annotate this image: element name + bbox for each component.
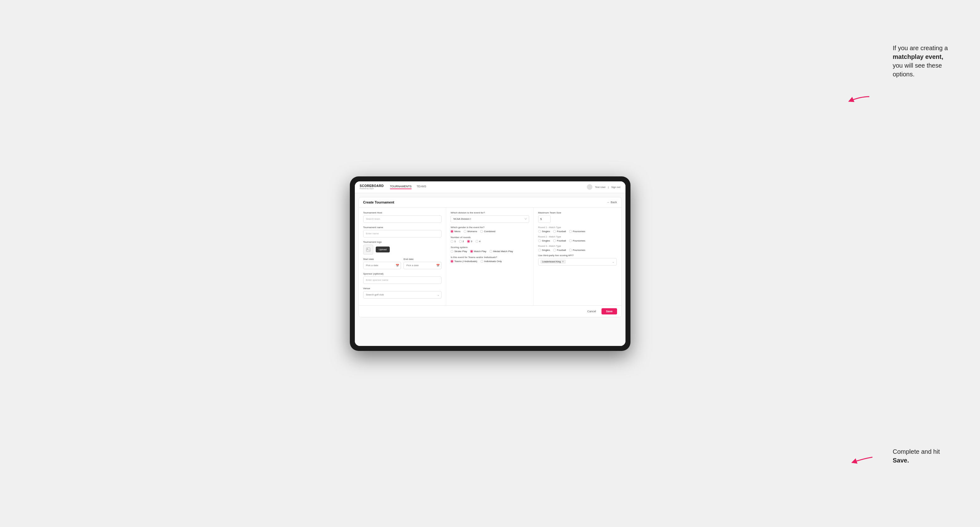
- nav-tournaments[interactable]: TOURNAMENTS: [390, 185, 412, 189]
- round-4[interactable]: 4: [476, 240, 480, 243]
- annotation-matchplay: If you are creating a matchplay event, y…: [893, 44, 955, 79]
- gender-mens[interactable]: Mens: [450, 230, 461, 233]
- gender-womens-label: Womens: [468, 230, 477, 233]
- teams-option[interactable]: Teams (+Individuals): [450, 260, 477, 263]
- brand-subtitle: Powered by clippit: [360, 188, 384, 190]
- scoring-medal-radio[interactable]: [490, 250, 492, 253]
- date-row: Start date 📅 End date: [363, 258, 442, 269]
- calendar-icon-end: 📅: [436, 264, 440, 267]
- round2-foursomes-label: Foursomes: [573, 239, 585, 242]
- round3-fourball[interactable]: Fourball: [553, 249, 566, 251]
- date-group: Start date 📅 End date: [363, 258, 442, 269]
- venue-group: Venue ⌄: [363, 287, 442, 298]
- scoring-stroke[interactable]: Stroke Play: [450, 250, 467, 253]
- venue-input[interactable]: [363, 291, 442, 298]
- round-4-radio[interactable]: [476, 240, 478, 243]
- round-2-label: 2: [463, 240, 464, 243]
- gender-combined[interactable]: Combined: [480, 230, 495, 233]
- round-1-radio[interactable]: [450, 240, 453, 243]
- api-label: Use third-party live scoring API?: [538, 254, 617, 257]
- round3-foursomes[interactable]: Foursomes: [569, 249, 585, 251]
- tournament-name-input[interactable]: [363, 230, 442, 238]
- round-1-label: 1: [454, 240, 455, 243]
- form-col-2: Which division is the event for? NCAA Di…: [446, 208, 534, 305]
- nav-teams[interactable]: TEAMS: [417, 185, 426, 189]
- round2-fourball-radio[interactable]: [553, 239, 556, 242]
- sign-out-link[interactable]: Sign out: [611, 186, 620, 189]
- scoring-match[interactable]: Match Play: [470, 250, 487, 253]
- form-title: Create Tournament: [363, 200, 395, 204]
- round1-singles-radio[interactable]: [538, 230, 541, 233]
- round3-fourball-label: Fourball: [557, 249, 566, 251]
- scoring-match-label: Match Play: [474, 250, 487, 253]
- form-col-3: Maximum Team Size Round 1 - Match Type S…: [534, 208, 621, 305]
- scoring-medal[interactable]: Medal Match Play: [490, 250, 513, 253]
- round2-foursomes[interactable]: Foursomes: [569, 239, 585, 242]
- scoring-group: Scoring system Stroke Play Match Play: [450, 246, 529, 253]
- individuals-option[interactable]: Individuals Only: [480, 260, 502, 263]
- tournament-logo-label: Tournament logo: [363, 241, 442, 243]
- division-label: Which division is the event for?: [450, 211, 529, 214]
- arrow-save: [851, 456, 875, 466]
- round3-singles-radio[interactable]: [538, 249, 541, 251]
- sponsor-input[interactable]: [363, 276, 442, 284]
- cancel-button[interactable]: Cancel: [584, 308, 599, 314]
- round3-foursomes-radio[interactable]: [569, 249, 572, 251]
- svg-point-1: [367, 248, 368, 249]
- api-dropdown-icon: ⌄: [612, 260, 614, 264]
- round3-singles[interactable]: Singles: [538, 249, 550, 251]
- main-content: Create Tournament ← Back Tournament Host…: [355, 193, 625, 346]
- form-footer: Cancel Save: [359, 305, 621, 317]
- gender-radio-group: Mens Womens Combined: [450, 230, 529, 233]
- gender-womens[interactable]: Womens: [464, 230, 477, 233]
- round3-fourball-radio[interactable]: [553, 249, 556, 251]
- start-date-group: Start date 📅: [363, 258, 401, 269]
- back-button[interactable]: ← Back: [607, 201, 617, 204]
- scoring-stroke-radio[interactable]: [450, 250, 453, 253]
- scoring-label: Scoring system: [450, 246, 529, 249]
- round1-fourball[interactable]: Fourball: [553, 230, 566, 233]
- tablet-frame: SCOREBOARD Powered by clippit TOURNAMENT…: [350, 176, 630, 351]
- round1-foursomes[interactable]: Foursomes: [569, 230, 585, 233]
- gender-mens-radio[interactable]: [450, 230, 453, 233]
- round1-singles-label: Singles: [542, 230, 550, 233]
- end-date-input[interactable]: [404, 262, 442, 269]
- round2-singles[interactable]: Singles: [538, 239, 550, 242]
- round-3[interactable]: 3: [467, 240, 472, 243]
- round-2-radio[interactable]: [459, 240, 462, 243]
- round2-singles-radio[interactable]: [538, 239, 541, 242]
- round-3-label: 3: [471, 240, 472, 243]
- gender-womens-radio[interactable]: [464, 230, 466, 233]
- round1-fourball-radio[interactable]: [553, 230, 556, 233]
- max-team-size-label: Maximum Team Size: [538, 211, 617, 214]
- round1-singles[interactable]: Singles: [538, 230, 550, 233]
- individuals-radio[interactable]: [480, 260, 483, 263]
- round2-radio-group: Singles Fourball Foursomes: [538, 239, 617, 242]
- gender-combined-radio[interactable]: [480, 230, 483, 233]
- round-1[interactable]: 1: [450, 240, 455, 243]
- round-3-radio[interactable]: [467, 240, 470, 243]
- division-select[interactable]: NCAA Division I: [450, 215, 529, 223]
- api-tag-close[interactable]: ✕: [562, 260, 564, 263]
- brand-title: SCOREBOARD: [360, 184, 384, 187]
- start-date-input[interactable]: [363, 262, 401, 269]
- round-2[interactable]: 2: [459, 240, 464, 243]
- scoring-match-radio[interactable]: [470, 250, 473, 253]
- teams-radio-group: Teams (+Individuals) Individuals Only: [450, 260, 529, 263]
- save-button[interactable]: Save: [601, 308, 617, 314]
- gender-mens-label: Mens: [454, 230, 461, 233]
- round1-foursomes-radio[interactable]: [569, 230, 572, 233]
- max-team-size-input[interactable]: [538, 215, 550, 223]
- upload-button[interactable]: Upload: [376, 246, 390, 252]
- sponsor-label: Sponsor (optional): [363, 272, 442, 275]
- start-date-wrap: 📅: [363, 262, 401, 269]
- tournament-host-input[interactable]: [363, 215, 442, 223]
- division-group: Which division is the event for? NCAA Di…: [450, 211, 529, 223]
- round2-fourball[interactable]: Fourball: [553, 239, 566, 242]
- max-team-size-group: Maximum Team Size: [538, 211, 617, 223]
- api-tag-box[interactable]: Leaderboard King ✕ ⌄: [538, 258, 617, 265]
- teams-radio[interactable]: [450, 260, 453, 263]
- api-value: Leaderboard King: [542, 260, 561, 263]
- round2-foursomes-radio[interactable]: [569, 239, 572, 242]
- teams-label: Is this event for Teams and/or Individua…: [450, 256, 529, 259]
